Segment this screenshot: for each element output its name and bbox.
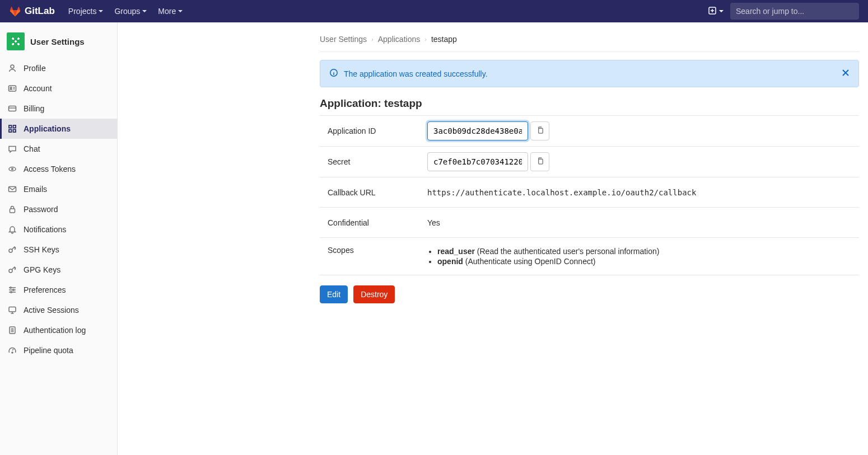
breadcrumb: User Settings › Applications › testapp: [320, 31, 859, 52]
sidebar-item-ssh-keys[interactable]: SSH Keys: [0, 240, 117, 260]
svg-rect-23: [538, 159, 543, 164]
svg-point-3: [10, 87, 12, 89]
sidebar-item-label: Active Sessions: [24, 306, 79, 315]
monitor-icon: [8, 306, 17, 315]
chevron-down-icon: [719, 10, 724, 15]
sidebar-item-pipeline-quota[interactable]: Pipeline quota: [0, 340, 117, 360]
edit-button[interactable]: Edit: [320, 285, 348, 303]
sidebar-item-label: Authentication log: [24, 326, 86, 335]
svg-rect-12: [10, 209, 15, 213]
svg-point-9: [9, 167, 16, 171]
key-icon: [8, 265, 17, 274]
chat-icon: [8, 144, 17, 153]
chevron-down-icon: [142, 10, 147, 15]
sidebar-item-active-sessions[interactable]: Active Sessions: [0, 300, 117, 320]
brand-name: GitLab: [25, 6, 55, 17]
breadcrumb-user-settings[interactable]: User Settings: [320, 35, 367, 44]
scope-desc: (Read the authenticated user's personal …: [475, 247, 660, 256]
credit-card-icon: [8, 104, 17, 113]
plus-box-icon: [708, 6, 717, 17]
gauge-icon: [8, 346, 17, 355]
svg-point-17: [11, 292, 12, 293]
main: User Settings › Applications › testapp T…: [118, 22, 868, 455]
sidebar-item-gpg-keys[interactable]: GPG Keys: [0, 260, 117, 280]
sidebar-item-label: Profile: [24, 64, 46, 73]
sidebar-item-profile[interactable]: Profile: [0, 58, 117, 78]
sidebar-item-preferences[interactable]: Preferences: [0, 280, 117, 300]
scopes-list: read_user (Read the authenticated user's…: [427, 247, 851, 266]
nav-projects[interactable]: Projects: [64, 0, 108, 22]
label-application-id: Application ID: [328, 126, 427, 135]
svg-point-1: [11, 65, 14, 68]
key-icon: [8, 245, 17, 254]
nav-more[interactable]: More: [153, 0, 187, 22]
profile-icon: [8, 64, 17, 73]
sidebar-item-billing[interactable]: Billing: [0, 98, 117, 119]
callback-url-value: https://authenticate.localhost.example.i…: [427, 188, 851, 197]
app-detail-table: Application ID S: [320, 115, 859, 275]
sidebar-item-label: Applications: [24, 124, 71, 133]
copy-secret-button[interactable]: [530, 152, 549, 171]
sidebar-header: User Settings: [0, 28, 117, 58]
scope-item: openid (Authenticate using OpenID Connec…: [437, 257, 851, 266]
flash-message: The application was created successfully…: [344, 69, 836, 78]
applications-icon: [8, 124, 17, 133]
sidebar-title: User Settings: [30, 37, 85, 46]
svg-point-20: [12, 352, 13, 353]
sidebar-item-label: GPG Keys: [24, 265, 60, 274]
chevron-right-icon: ›: [371, 36, 374, 43]
chevron-down-icon: [99, 10, 103, 15]
sidebar-item-label: SSH Keys: [24, 245, 59, 254]
svg-rect-6: [13, 125, 16, 128]
label-secret: Secret: [328, 157, 427, 166]
global-search[interactable]: [730, 3, 859, 20]
sidebar-item-label: Notifications: [24, 225, 66, 234]
chevron-right-icon: ›: [424, 36, 427, 43]
sliders-icon: [8, 285, 17, 294]
sidebar-item-access-tokens[interactable]: Access Tokens: [0, 159, 117, 179]
scope-name: read_user: [437, 247, 475, 256]
sidebar-item-label: Pipeline quota: [24, 346, 73, 355]
clipboard-icon: [536, 126, 544, 136]
sidebar-item-account[interactable]: Account: [0, 78, 117, 98]
user-avatar: [7, 32, 25, 50]
svg-point-15: [10, 287, 12, 289]
sidebar-item-label: Access Tokens: [24, 165, 76, 173]
breadcrumb-current: testapp: [431, 35, 457, 44]
secret-input[interactable]: [427, 152, 528, 171]
breadcrumb-applications[interactable]: Applications: [378, 35, 421, 44]
new-button[interactable]: [706, 6, 726, 17]
application-id-input[interactable]: [427, 121, 528, 140]
svg-rect-22: [538, 128, 543, 133]
svg-rect-7: [9, 130, 12, 133]
confidential-value: Yes: [427, 218, 851, 227]
svg-rect-2: [9, 86, 16, 91]
copy-application-id-button[interactable]: [530, 121, 549, 140]
info-icon: [329, 68, 338, 79]
clipboard-icon: [536, 157, 544, 167]
mail-icon: [8, 185, 17, 194]
brand[interactable]: GitLab: [9, 5, 55, 17]
chevron-down-icon: [178, 10, 183, 15]
log-icon: [8, 326, 17, 335]
page-title: Application: testapp: [320, 97, 859, 110]
label-scopes: Scopes: [328, 246, 427, 255]
sidebar-item-chat[interactable]: Chat: [0, 139, 117, 159]
sidebar-item-password[interactable]: Password: [0, 199, 117, 219]
sidebar-item-auth-log[interactable]: Authentication log: [0, 320, 117, 340]
sidebar-item-notifications[interactable]: Notifications: [0, 219, 117, 240]
lock-icon: [8, 205, 17, 214]
flash-close-button[interactable]: [842, 69, 850, 78]
sidebar-item-emails[interactable]: Emails: [0, 179, 117, 199]
nav-groups[interactable]: Groups: [110, 0, 151, 22]
sidebar-item-label: Preferences: [24, 285, 66, 294]
scope-name: openid: [437, 257, 463, 266]
search-input[interactable]: [736, 7, 853, 16]
bell-icon: [8, 225, 17, 234]
scope-item: read_user (Read the authenticated user's…: [437, 247, 851, 256]
sidebar-item-applications[interactable]: Applications: [0, 119, 117, 139]
destroy-button[interactable]: Destroy: [353, 285, 395, 303]
sidebar-item-label: Emails: [24, 185, 47, 194]
svg-rect-18: [9, 307, 16, 312]
label-confidential: Confidential: [328, 218, 427, 227]
